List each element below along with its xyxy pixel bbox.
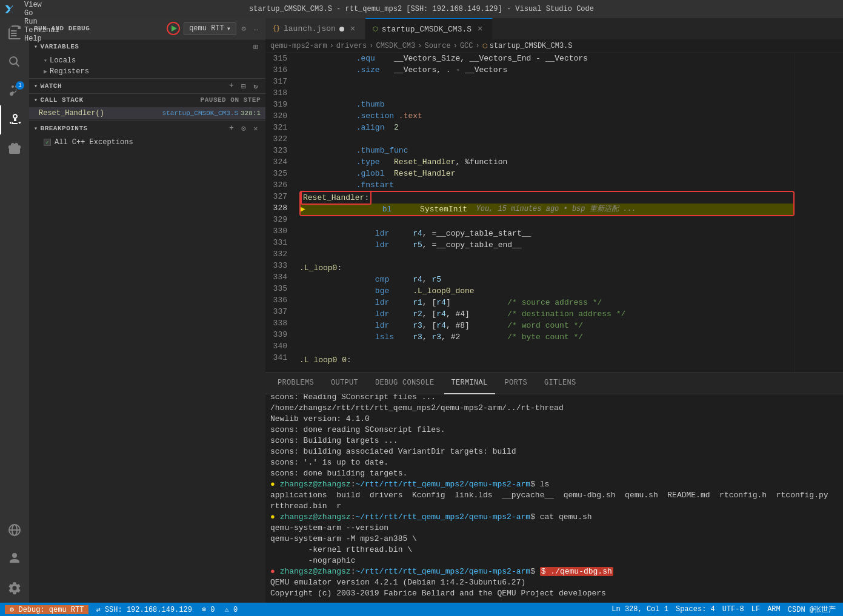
- debug-config-selector[interactable]: qemu RTT ▾: [184, 22, 236, 35]
- status-spaces[interactable]: Spaces: 4: [673, 605, 718, 614]
- activity-debug[interactable]: [0, 105, 29, 134]
- terminal-line: ● zhangsz@zhangsz:~/rtt/rtt/rtt_qemu_mps…: [270, 479, 838, 490]
- code-line-329[interactable]: [299, 216, 795, 228]
- code-line-333[interactable]: .L_loop0:: [299, 262, 795, 274]
- code-line-322[interactable]: [299, 133, 795, 145]
- activity-source-control[interactable]: 1: [0, 76, 29, 105]
- add-breakpoint-button[interactable]: +: [227, 124, 236, 133]
- breadcrumb: qemu-mps2-arm › drivers › CMSDK_CM3 › So…: [265, 39, 843, 53]
- bc-item-4[interactable]: Source: [424, 42, 450, 50]
- status-language[interactable]: ARM: [765, 605, 783, 614]
- tab-debug-console[interactable]: DEBUG CONSOLE: [368, 373, 442, 394]
- watch-header[interactable]: ▾ WATCH + ⊟ ↻: [29, 79, 265, 93]
- terminal-line: qemu-system-arm -M mps2-an385 \: [270, 534, 838, 545]
- debug-play-button[interactable]: [167, 22, 180, 35]
- status-ssh[interactable]: ⇄ SSH: 192.168.149.129: [93, 605, 194, 614]
- bc-item-1[interactable]: qemu-mps2-arm: [270, 42, 327, 50]
- code-line-319[interactable]: .thumb: [299, 99, 795, 110]
- call-stack-item[interactable]: Reset_Handler() startup_CMSDK_CM3.S 328:…: [29, 107, 265, 119]
- tab-terminal[interactable]: TERMINAL: [444, 373, 495, 394]
- status-spaces-label: Spaces: 4: [676, 605, 715, 614]
- call-stack-content: Reset_Handler() startup_CMSDK_CM3.S 328:…: [29, 106, 265, 121]
- watch-section: ▾ WATCH + ⊟ ↻: [29, 78, 265, 93]
- code-line-341[interactable]: .L loop0 0:: [299, 354, 795, 366]
- code-line-324[interactable]: .type Reset_Handler, %function: [299, 156, 795, 168]
- activity-remote[interactable]: [0, 515, 29, 545]
- code-line-328[interactable]: ▶ bl SystemInit You, 15 minutes ago • bs…: [301, 204, 793, 215]
- bp-checkbox[interactable]: [44, 139, 51, 146]
- add-watch-button[interactable]: +: [227, 81, 236, 91]
- code-line-327[interactable]: Reset_Handler:: [301, 192, 793, 204]
- line-number-323: 323: [270, 145, 287, 156]
- remove-all-breakpoints-button[interactable]: ✕: [251, 124, 261, 133]
- all-cpp-exceptions-item[interactable]: All C++ Exceptions: [29, 137, 265, 148]
- breakpoints-header[interactable]: ▾ BREAKPOINTS + ⊙ ✕: [29, 121, 265, 136]
- terminal-line: qemu-system-arm --version: [270, 523, 838, 534]
- status-encoding[interactable]: UTF-8: [720, 605, 747, 614]
- code-line-320[interactable]: .section .text: [299, 110, 795, 122]
- activity-account[interactable]: [0, 545, 29, 574]
- code-line-315[interactable]: .equ __Vectors_Size, __Vectors_End - __V…: [299, 53, 795, 64]
- code-line-334[interactable]: cmp r4, r5: [299, 274, 795, 285]
- toggle-breakpoints-button[interactable]: ⊙: [239, 124, 248, 133]
- activity-settings[interactable]: [0, 574, 29, 603]
- code-line-330[interactable]: ldr r4, =__copy_table_start__: [299, 228, 795, 239]
- code-line-340[interactable]: [299, 343, 795, 354]
- bc-item-file[interactable]: startup_CMSDK_CM3.S: [490, 42, 573, 50]
- menu-item-go[interactable]: Go: [18, 9, 70, 18]
- refresh-watch-button[interactable]: ↻: [251, 81, 261, 91]
- code-line-323[interactable]: .thumb_func: [299, 145, 795, 156]
- activity-search[interactable]: [0, 47, 29, 76]
- locals-item[interactable]: ▾ Locals: [29, 55, 265, 66]
- tab-gitlens[interactable]: GITLENS: [537, 373, 584, 394]
- code-line-337[interactable]: ldr r2, [r4, #4] /* destination address …: [299, 308, 795, 320]
- status-errors[interactable]: ⊗ 0: [199, 605, 218, 614]
- collapse-watch-button[interactable]: ⊟: [239, 81, 248, 91]
- code-line-318[interactable]: [299, 87, 795, 99]
- titlebar-menu: FileEditSelectionViewGoRunTerminalHelp: [0, 0, 70, 18]
- tab-close-startup[interactable]: ×: [475, 24, 485, 34]
- status-bar: ⚙ Debug: qemu RTT ⇄ SSH: 192.168.149.129…: [0, 603, 843, 616]
- code-line-336[interactable]: ldr r1, [r4] /* source address */: [299, 297, 795, 308]
- code-line-316[interactable]: .size __Vectors, . - __Vectors: [299, 64, 795, 76]
- code-line-331[interactable]: ldr r5, =__copy_table_end__: [299, 239, 795, 251]
- terminal-content[interactable]: Copyright (c) 2003-2019 Fabrice Bellard …: [265, 394, 843, 603]
- tab-ports[interactable]: PORTS: [498, 373, 535, 394]
- tab-output[interactable]: OUTPUT: [324, 373, 365, 394]
- launch-json-label: launch.json: [284, 24, 336, 33]
- tab-launch-json[interactable]: {} launch.json ×: [265, 18, 365, 39]
- code-line-321[interactable]: .align 2: [299, 122, 795, 133]
- bc-item-2[interactable]: drivers: [336, 42, 367, 50]
- status-csdn[interactable]: CSDN @张世产: [785, 604, 838, 615]
- expand-all-button[interactable]: ⊞: [251, 42, 261, 51]
- bc-item-3[interactable]: CMSDK_CM3: [376, 42, 415, 50]
- registers-item[interactable]: ▶ Registers: [29, 66, 265, 77]
- tab-startup-cmsdk[interactable]: ⬡ startup_CMSDK_CM3.S ×: [365, 18, 493, 39]
- debug-more-button[interactable]: …: [251, 24, 261, 33]
- line-number-320: 320: [270, 110, 287, 122]
- bc-item-5[interactable]: GCC: [460, 42, 473, 50]
- code-line-317[interactable]: [299, 76, 795, 87]
- status-debug[interactable]: ⚙ Debug: qemu RTT: [5, 605, 88, 614]
- call-stack-header[interactable]: ▾ CALL STACK Paused on step: [29, 94, 265, 106]
- menu-item-view[interactable]: View: [18, 1, 70, 9]
- activity-explorer[interactable]: [0, 18, 29, 47]
- code-line-332[interactable]: [299, 251, 795, 262]
- terminal-line: -kernel rtthread.bin \: [270, 545, 838, 555]
- terminal-line: scons: done building targets.: [270, 468, 838, 479]
- variables-content: ▾ Locals ▶ Registers: [29, 54, 265, 78]
- tab-close-launch-json[interactable]: ×: [348, 24, 358, 34]
- status-eol[interactable]: LF: [749, 605, 762, 614]
- code-line-339[interactable]: lsls r3, r3, #2 /* byte count */: [299, 331, 795, 343]
- code-line-335[interactable]: bge .L_loop0_done: [299, 285, 795, 297]
- breakpoints-section: ▾ BREAKPOINTS + ⊙ ✕ All C++ Exceptions: [29, 121, 265, 149]
- code-line-326[interactable]: .fnstart: [299, 179, 795, 191]
- debug-settings-button[interactable]: ⚙: [239, 24, 248, 33]
- tab-problems[interactable]: PROBLEMS: [270, 373, 321, 394]
- status-warnings[interactable]: ⚠ 0: [222, 605, 241, 614]
- status-line-col[interactable]: Ln 328, Col 1: [609, 605, 671, 614]
- activity-extensions[interactable]: [0, 134, 29, 164]
- code-line-325[interactable]: .globl Reset_Handler: [299, 168, 795, 179]
- code-line-338[interactable]: ldr r3, [r4, #8] /* word count */: [299, 320, 795, 331]
- code-content[interactable]: 3153163173183193203213223233243253263273…: [265, 53, 843, 373]
